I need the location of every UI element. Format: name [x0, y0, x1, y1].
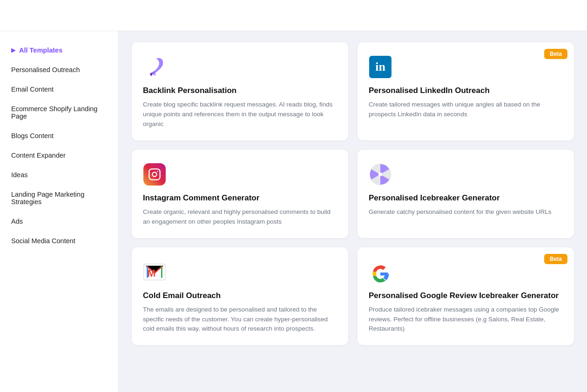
card-description: The emails are designed to be personalis… — [143, 305, 337, 334]
sidebar-item-all-templates[interactable]: ▶All Templates — [0, 40, 118, 60]
sidebar-item-label: Social Media Content — [11, 237, 75, 245]
sidebar-item-landing-page-marketing[interactable]: Landing Page Marketing Strategies — [0, 185, 118, 212]
card-title: Personalised Google Review Icebreaker Ge… — [369, 291, 563, 300]
sidebar-item-blogs-content[interactable]: Blogs Content — [0, 126, 118, 146]
sidebar-item-ecommerce-shopify[interactable]: Ecommerce Shopify Landing Page — [0, 99, 118, 126]
quill-icon — [143, 55, 166, 79]
card-description: Produce tailored icebraker messages usin… — [369, 305, 563, 334]
google-icon — [369, 260, 392, 284]
card-description: Generate catchy personalised content for… — [369, 207, 563, 217]
card-description: Create blog specific backlink request me… — [143, 100, 337, 129]
card-title: Personalised Icebreaker Generator — [369, 193, 563, 203]
wheel-icon — [369, 163, 392, 186]
sidebar-item-label: Blogs Content — [11, 132, 54, 140]
content-area: Backlink Personalisation Create blog spe… — [119, 31, 587, 392]
card-cold-email[interactable]: M Cold Email Outreach The emails are des… — [132, 247, 348, 345]
sidebar-item-label: Ads — [11, 218, 23, 225]
sidebar-item-ads[interactable]: Ads — [0, 212, 118, 231]
sidebar-item-label: Email Content — [11, 86, 54, 93]
svg-point-3 — [157, 171, 158, 172]
card-title: Personalised LinkedIn Outreach — [369, 86, 563, 95]
card-icebreaker-generator[interactable]: Personalised Icebreaker Generator Genera… — [358, 150, 574, 238]
card-description: Create organic, relevant and highly pers… — [143, 207, 337, 227]
beta-badge: Beta — [544, 254, 567, 264]
sidebar-item-label: Landing Page Marketing Strategies — [11, 191, 107, 206]
sidebar-item-label: Ecommerce Shopify Landing Page — [11, 105, 107, 120]
svg-point-2 — [152, 172, 156, 176]
sidebar-item-personalised-outreach[interactable]: Personalised Outreach — [0, 60, 118, 80]
sidebar-item-content-expander[interactable]: Content Expander — [0, 146, 118, 165]
card-google-review[interactable]: Beta Personalised Google Review Icebreak… — [358, 247, 574, 345]
svg-point-5 — [378, 173, 382, 176]
instagram-icon — [143, 163, 166, 186]
card-description: Create tailored messages with unique ang… — [369, 100, 563, 120]
modal: ▶All TemplatesPersonalised OutreachEmail… — [0, 0, 587, 392]
svg-rect-1 — [149, 169, 160, 179]
card-backlink-personalisation[interactable]: Backlink Personalisation Create blog spe… — [132, 42, 348, 140]
card-instagram-comment[interactable]: Instagram Comment Generator Create organ… — [132, 150, 348, 238]
card-title: Instagram Comment Generator — [143, 193, 337, 203]
sidebar: ▶All TemplatesPersonalised OutreachEmail… — [0, 31, 119, 392]
sidebar-item-label: Ideas — [11, 171, 27, 179]
sidebar-item-label: Personalised Outreach — [11, 66, 80, 73]
active-arrow-icon: ▶ — [11, 47, 15, 53]
modal-header — [0, 0, 587, 31]
sidebar-item-label: Content Expander — [11, 152, 66, 159]
sidebar-item-label: All Templates — [19, 47, 62, 54]
sidebar-item-ideas[interactable]: Ideas — [0, 165, 118, 185]
card-title: Cold Email Outreach — [143, 291, 337, 300]
beta-badge: Beta — [544, 49, 567, 59]
card-personalised-linkedin[interactable]: Beta in Personalised LinkedIn Outreach C… — [358, 42, 574, 140]
sidebar-item-email-content[interactable]: Email Content — [0, 80, 118, 99]
modal-body: ▶All TemplatesPersonalised OutreachEmail… — [0, 31, 587, 392]
close-button[interactable] — [560, 8, 574, 22]
gmail-icon: M — [143, 260, 166, 284]
linkedin-icon: in — [369, 55, 392, 79]
card-title: Backlink Personalisation — [143, 86, 337, 95]
sidebar-item-social-media-content[interactable]: Social Media Content — [0, 231, 118, 251]
